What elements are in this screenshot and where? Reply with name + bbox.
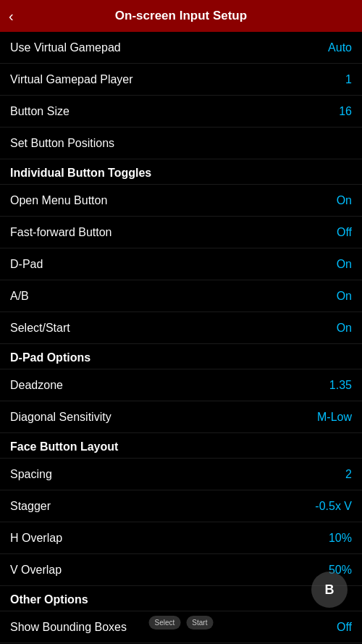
row-label-spacing: Spacing xyxy=(10,468,52,481)
row-label-a-b: A/B xyxy=(10,290,29,303)
back-button[interactable]: ‹ xyxy=(9,8,14,25)
row-value-d-pad: On xyxy=(337,258,352,271)
row-show-bounding-boxes[interactable]: Show Bounding BoxesOff xyxy=(0,611,362,643)
row-v-overlap[interactable]: V Overlap50% xyxy=(0,554,362,586)
row-value-h-overlap: 10% xyxy=(329,532,352,545)
row-virtual-gamepad-player[interactable]: Virtual Gamepad Player1 xyxy=(0,64,362,96)
row-value-button-size: 16 xyxy=(339,105,352,118)
row-value-open-menu-button: On xyxy=(337,194,352,207)
row-label-d-pad: D-Pad xyxy=(10,258,43,271)
row-diagonal-sensitivity[interactable]: Diagonal SensitivityM-Low xyxy=(0,401,362,433)
row-d-pad[interactable]: D-PadOn xyxy=(0,248,362,280)
row-label-virtual-gamepad-player: Virtual Gamepad Player xyxy=(10,73,133,86)
settings-list: Use Virtual GamepadAutoVirtual Gamepad P… xyxy=(0,32,362,644)
gamepad-b-button[interactable]: B xyxy=(311,572,348,608)
section-face-button-layout: Face Button Layout xyxy=(0,433,362,459)
row-value-stagger: -0.5x V xyxy=(315,500,352,513)
header-title: On-screen Input Setup xyxy=(0,9,362,23)
row-label-h-overlap: H Overlap xyxy=(10,532,62,545)
row-a-b[interactable]: A/BOn xyxy=(0,280,362,312)
row-label-deadzone: Deadzone xyxy=(10,379,63,392)
b-button-label: B xyxy=(325,582,334,598)
row-label-open-menu-button: Open Menu Button xyxy=(10,194,107,207)
row-value-spacing: 2 xyxy=(345,468,352,481)
section-header-text: Other Options xyxy=(10,593,88,606)
row-label-use-virtual-gamepad: Use Virtual Gamepad xyxy=(10,41,121,54)
row-label-set-button-positions: Set Button Positions xyxy=(10,137,114,150)
row-fast-forward-button[interactable]: Fast-forward ButtonOff xyxy=(0,217,362,248)
row-label-diagonal-sensitivity: Diagonal Sensitivity xyxy=(10,411,111,424)
row-value-use-virtual-gamepad: Auto xyxy=(328,41,352,54)
row-label-fast-forward-button: Fast-forward Button xyxy=(10,226,112,239)
row-value-deadzone: 1.35 xyxy=(329,379,352,392)
row-value-virtual-gamepad-player: 1 xyxy=(345,73,352,86)
row-label-v-overlap: V Overlap xyxy=(10,564,62,577)
row-label-button-size: Button Size xyxy=(10,105,70,118)
row-spacing[interactable]: Spacing2 xyxy=(0,459,362,490)
row-stagger[interactable]: Stagger-0.5x V xyxy=(0,490,362,522)
section-individual-button-toggles: Individual Button Toggles xyxy=(0,159,362,185)
row-open-menu-button[interactable]: Open Menu ButtonOn xyxy=(0,185,362,217)
section-d-pad-options: D-Pad Options xyxy=(0,344,362,369)
header: ‹ On-screen Input Setup xyxy=(0,0,362,32)
row-value-fast-forward-button: Off xyxy=(337,226,352,239)
row-label-show-bounding-boxes: Show Bounding Boxes xyxy=(10,621,127,634)
row-value-diagonal-sensitivity: M-Low xyxy=(317,411,352,424)
row-select-start[interactable]: Select/StartOn xyxy=(0,312,362,344)
row-button-size[interactable]: Button Size16 xyxy=(0,96,362,127)
row-h-overlap[interactable]: H Overlap10% xyxy=(0,522,362,554)
row-value-a-b: On xyxy=(337,290,352,303)
row-value-show-bounding-boxes: Off xyxy=(337,621,352,634)
row-value-select-start: On xyxy=(337,322,352,335)
row-label-select-start: Select/Start xyxy=(10,322,70,335)
row-set-button-positions[interactable]: Set Button Positions xyxy=(0,127,362,159)
section-header-text: D-Pad Options xyxy=(10,351,90,364)
section-header-text: Individual Button Toggles xyxy=(10,167,151,179)
section-other-options: Other Options xyxy=(0,586,362,611)
row-deadzone[interactable]: Deadzone1.35 xyxy=(0,369,362,401)
row-label-stagger: Stagger xyxy=(10,500,51,513)
row-use-virtual-gamepad[interactable]: Use Virtual GamepadAuto xyxy=(0,32,362,64)
section-header-text: Face Button Layout xyxy=(10,440,118,453)
